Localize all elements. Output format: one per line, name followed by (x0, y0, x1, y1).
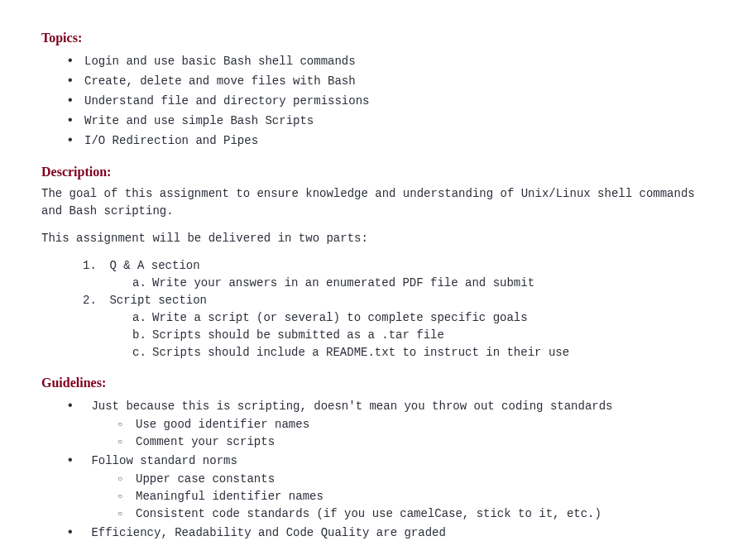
part-label: Q & A section (109, 259, 199, 272)
sub-text: Comment your scripts (136, 435, 275, 448)
list-item: Create, delete and move files with Bash (66, 71, 697, 91)
list-item: Follow standard norms Upper case constan… (66, 451, 697, 523)
description-paragraph: This assignment will be delivered in two… (41, 230, 697, 247)
description-paragraph: The goal of this assignment to ensure kn… (41, 185, 697, 220)
topic-text: Write and use simple Bash Scripts (84, 114, 314, 127)
list-item: Comment your scripts (117, 433, 697, 451)
guideline-text: Efficiency, Readability and Code Quality… (91, 526, 445, 539)
list-item: Upper case constants (117, 471, 697, 488)
sub-text: Scripts should be submitted as a .tar fi… (152, 328, 444, 342)
list-item: Efficiency, Readability and Code Quality… (66, 523, 697, 543)
topic-text: I/O Redirection and Pipes (84, 134, 258, 147)
list-item: Q & A section Write your answers in an e… (83, 257, 697, 292)
guideline-text: Follow standard norms (91, 454, 237, 467)
topics-list: Login and use basic Bash shell commands … (66, 51, 697, 151)
sub-list: Write a script (or several) to complete … (132, 309, 697, 361)
list-item: Script section Write a script (or severa… (83, 292, 697, 361)
sub-text: Upper case constants (136, 472, 275, 486)
part-label: Script section (109, 294, 207, 307)
sub-text: Meaningful identifier names (136, 490, 323, 503)
sub-text: Scripts should include a README.txt to i… (152, 346, 569, 359)
topic-text: Understand file and directory permission… (84, 94, 369, 108)
list-item: Meaningful identifier names (117, 488, 697, 505)
topics-heading: Topics: (41, 28, 697, 48)
sub-text: Consistent code standards (if you use ca… (136, 507, 601, 520)
list-item: Just because this is scripting, doesn't … (66, 396, 697, 451)
list-item: Scripts should include a README.txt to i… (132, 344, 697, 361)
description-parts-list: Q & A section Write your answers in an e… (83, 257, 697, 361)
sub-list: Use good identifier names Comment your s… (117, 416, 697, 451)
list-item: Write and use simple Bash Scripts (66, 111, 697, 131)
guidelines-list: Just because this is scripting, doesn't … (66, 396, 697, 543)
sub-text: Write your answers in an enumerated PDF … (152, 276, 534, 290)
list-item: Write your answers in an enumerated PDF … (132, 275, 697, 292)
guidelines-heading: Guidelines: (41, 373, 697, 393)
guideline-text: Just because this is scripting, doesn't … (91, 400, 612, 413)
sub-text: Use good identifier names (136, 418, 309, 431)
sub-text: Write a script (or several) to complete … (152, 311, 528, 324)
sub-list: Write your answers in an enumerated PDF … (132, 275, 697, 292)
list-item: Understand file and directory permission… (66, 91, 697, 111)
description-heading: Description: (41, 162, 697, 182)
topic-text: Login and use basic Bash shell commands (84, 55, 356, 68)
list-item: Login and use basic Bash shell commands (66, 51, 697, 71)
topic-text: Create, delete and move files with Bash (84, 74, 356, 88)
list-item: Consistent code standards (if you use ca… (117, 505, 697, 523)
list-item: I/O Redirection and Pipes (66, 131, 697, 151)
list-item: Scripts should be submitted as a .tar fi… (132, 327, 697, 344)
sub-list: Upper case constants Meaningful identifi… (117, 471, 697, 523)
list-item: Write a script (or several) to complete … (132, 309, 697, 327)
list-item: Use good identifier names (117, 416, 697, 433)
